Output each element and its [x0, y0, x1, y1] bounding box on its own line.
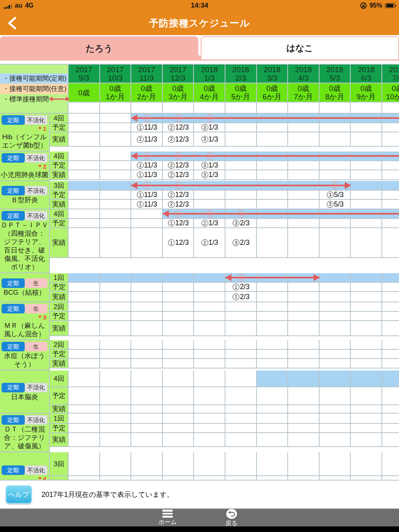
actual-date-cell[interactable]: 111/3: [131, 132, 163, 146]
actual-date-cell[interactable]: 12/3: [225, 292, 257, 301]
actual-date-cell[interactable]: 212/3: [163, 170, 194, 179]
grid-cell: [382, 200, 399, 209]
grid-cell: [382, 452, 399, 475]
actual-row: 実績111/3212/331/3: [50, 132, 399, 147]
planned-date-cell[interactable]: 35/3: [320, 191, 351, 199]
vaccine-subrows: 3回予定実績: [50, 452, 399, 481]
grid-cell: [288, 452, 320, 475]
actual-date-cell[interactable]: 112/3: [163, 228, 194, 257]
timeline-row: 4回: [50, 370, 399, 387]
badge-vaccine-type: 不活化: [25, 211, 48, 221]
grid-cell: [131, 219, 163, 227]
actual-date-cell[interactable]: 31/3: [194, 132, 225, 146]
grid-cell: [351, 161, 382, 169]
legend-item: ・標準接種期間: [0, 94, 68, 104]
planned-date-cell[interactable]: 111/3: [131, 191, 163, 199]
actual-row: 実績112/321/332/3: [50, 228, 399, 258]
actual-date-cell[interactable]: 35/3: [320, 200, 351, 209]
grid-cell: [131, 370, 163, 386]
tab-taro[interactable]: たろう: [0, 36, 198, 61]
dose-number-icon: 2: [168, 162, 175, 169]
planned-date-cell[interactable]: 21/3: [194, 219, 225, 227]
badge-row: 定期不活化: [1, 185, 48, 196]
grid-cell: [288, 102, 320, 113]
vaccine-label-cell: 定期不活化ＤＰＴ－ＩＰＶ（四種混合：ジフテリア、百日せき、破傷風、不活化ポリオ）: [0, 209, 50, 273]
planned-date-cell[interactable]: 32/3: [225, 219, 257, 227]
planned-date-cell[interactable]: 212/3: [163, 161, 194, 169]
badge-vaccine-type: 不活化: [25, 383, 48, 392]
grid-cell: [382, 321, 399, 335]
actual-date-cell[interactable]: 21/3: [194, 228, 225, 257]
clock-label: 14:34: [84, 2, 315, 10]
grid-cell: [351, 283, 382, 291]
actual-date-cell[interactable]: 111/3: [131, 170, 163, 179]
tab-hanako[interactable]: はなこ: [201, 36, 399, 59]
actual-date-cell[interactable]: 32/3: [225, 228, 257, 257]
vaccine-row-group: 定期不活化ＤＰＴ－ＩＰＶ（四種混合：ジフテリア、百日せき、破傷風、不活化ポリオ）…: [0, 209, 399, 273]
actual-date-cell[interactable]: 31/3: [194, 170, 225, 179]
planned-date-cell[interactable]: 212/3: [163, 123, 194, 132]
badge-periodic: 定期: [2, 186, 25, 195]
nav-back-button[interactable]: 戻る: [219, 509, 243, 527]
footnote-marker: ＊2: [1, 163, 48, 171]
data-row: 123: [69, 181, 399, 190]
badge-row: 定期生: [1, 303, 48, 314]
vaccine-row-group: 定期生水痘（水ぼうそう）2回予定実績: [0, 340, 399, 370]
grid-cell: [69, 209, 100, 218]
grid-cell: [69, 292, 100, 301]
data-row: 123: [69, 152, 399, 160]
dose-number-icon: 1: [168, 220, 175, 227]
planned-date-cell[interactable]: 112/3: [163, 219, 194, 227]
data-row: 12/3: [69, 292, 399, 301]
dose-number-icon: 1: [137, 136, 144, 143]
vaccine-row-group: 定期不活化Ｂ型肝炎3回123予定111/3212/335/3実績111/3212…: [0, 181, 399, 209]
dose-number-icon: 2: [168, 171, 175, 178]
planned-date-cell[interactable]: 12/3: [225, 283, 257, 291]
grid-cell: [100, 312, 132, 320]
planned-date-cell[interactable]: 31/3: [194, 123, 225, 132]
planned-date-cell[interactable]: 111/3: [131, 161, 163, 169]
grid-cell: [257, 405, 288, 413]
grid-cell: [69, 170, 100, 179]
grid-cell: [69, 414, 100, 423]
planned-date-cell[interactable]: 111/3: [131, 123, 163, 132]
planned-date-cell[interactable]: 212/3: [163, 191, 194, 199]
row-label: 実績: [50, 170, 69, 179]
grid-cell: [100, 405, 132, 413]
data-row: 111/3212/335/3: [69, 191, 399, 199]
grid-cell: [382, 387, 399, 404]
dose-number-mark: 2: [206, 210, 214, 218]
grid-cell: [194, 200, 225, 209]
dose-number-icon: 2: [168, 124, 175, 131]
actual-date-cell[interactable]: 212/3: [163, 132, 194, 146]
grid-cell: [320, 452, 351, 475]
column-header-date: 20181/3: [194, 65, 225, 83]
row-label: 実績: [50, 228, 69, 257]
dose-number-mark: 2: [174, 152, 182, 160]
planned-date-cell[interactable]: 31/3: [194, 161, 225, 169]
row-label: 1回: [50, 273, 69, 282]
grid-cell: [163, 370, 194, 386]
grid-cell: [225, 452, 257, 475]
grid-cell: [194, 283, 225, 291]
back-button[interactable]: [6, 16, 19, 30]
vaccine-row-group: 定期生BCG（結核）1回1予定12/3実績12/3: [0, 273, 399, 302]
grid-cell: [382, 405, 399, 413]
badge-row: 定期不活化: [1, 465, 48, 475]
footnote-marker: ＊4: [1, 475, 48, 481]
grid-cell: [194, 102, 225, 113]
vaccine-subrows: 4回123予定111/3212/331/3実績111/3212/331/3: [50, 152, 399, 181]
badge-vaccine-type: 不活化: [25, 115, 48, 125]
help-button[interactable]: ヘルプ: [6, 485, 32, 504]
nav-home-button[interactable]: ホーム: [156, 510, 180, 526]
grid-cell: [69, 152, 100, 160]
actual-date-cell[interactable]: 111/3: [131, 200, 163, 209]
grid-cell: [382, 350, 399, 358]
row-label: 4回: [50, 209, 69, 218]
data-row: 111/3212/335/3: [69, 200, 399, 209]
badge-periodic: 定期: [2, 115, 25, 125]
dose-number-icon: 2: [168, 201, 175, 208]
grid-cell: [131, 405, 163, 413]
actual-date-cell[interactable]: 212/3: [163, 200, 194, 209]
grid-cell: [288, 476, 320, 481]
